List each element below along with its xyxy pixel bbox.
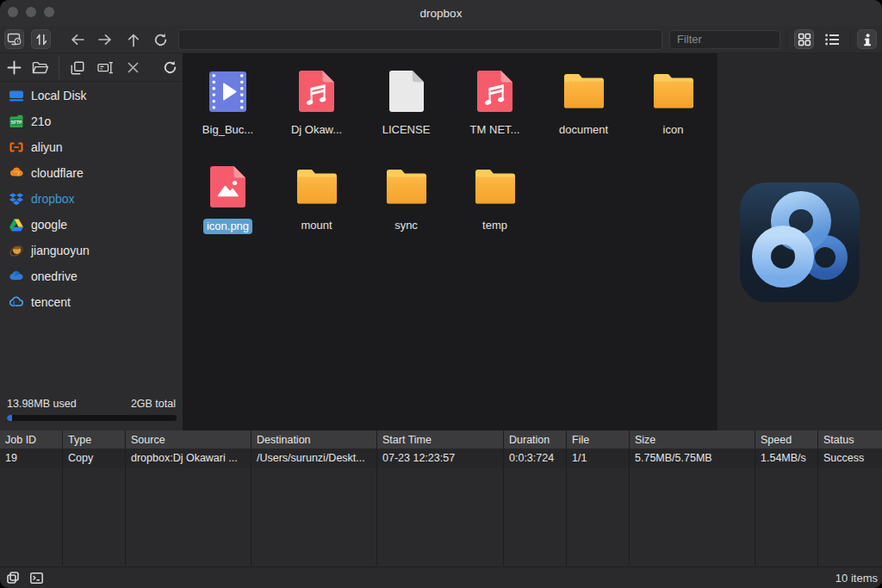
svg-text:SFTP: SFTP <box>11 120 22 125</box>
